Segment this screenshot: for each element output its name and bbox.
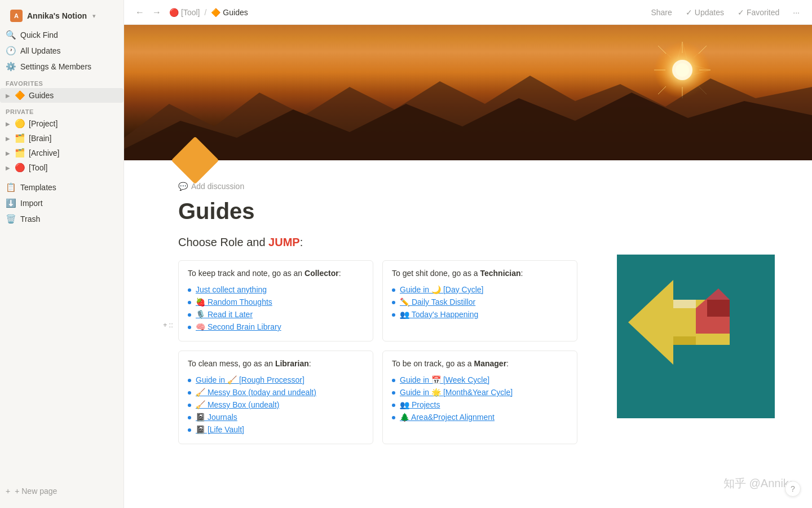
librarian-header-post: : — [309, 359, 311, 368]
list-item: Guide in 🌟 [Month&Year Cycle] — [392, 386, 568, 398]
collector-header-role: Collector — [304, 269, 339, 278]
mgr-link-2[interactable]: Guide in 🌟 [Month&Year Cycle] — [400, 388, 513, 397]
librarian-header-role: Librarian — [275, 359, 309, 368]
list-item: ✏️ Daily Task Distillor — [392, 296, 568, 308]
archive-icon: 🗂️ — [15, 148, 25, 158]
topbar-left: ← → 🔴 [Tool] / 🔶 Guides — [133, 5, 250, 20]
guides-label: Guides — [29, 91, 54, 100]
updates-button[interactable]: ✓ Updates — [682, 6, 727, 19]
templates-button[interactable]: 📋 Templates — [0, 179, 123, 195]
workspace-item[interactable]: A Annika's Notion ▾ — [5, 7, 119, 25]
trash-label: Trash — [20, 214, 40, 224]
share-label: Share — [651, 8, 672, 17]
tech-link-1[interactable]: Guide in 🌙 [Day Cycle] — [400, 285, 484, 294]
breadcrumb: 🔴 [Tool] / 🔶 Guides — [167, 7, 250, 18]
bullet-dot — [188, 288, 191, 292]
import-button[interactable]: ⬇️ Import — [0, 195, 123, 211]
technician-header-role: Technician — [480, 269, 520, 278]
tool-icon: 🔴 — [15, 163, 25, 173]
manager-header-pre: To be on track, go as a — [392, 359, 474, 368]
help-icon: ? — [791, 484, 795, 493]
add-discussion-label: Add discussion — [191, 182, 244, 191]
technician-header: To get shit done, go as a Technician: — [392, 269, 568, 278]
page-subtitle: Choose Role and JUMP: — [178, 236, 577, 249]
sidebar: A Annika's Notion ▾ 🔍 Quick Find 🕐 All U… — [0, 0, 124, 508]
lib-link-1[interactable]: Guide in 🧹 [Rough Processor] — [196, 375, 304, 384]
all-updates-button[interactable]: 🕐 All Updates — [0, 43, 123, 59]
new-page-button[interactable]: + + New page — [0, 483, 123, 499]
sidebar-item-tool[interactable]: ▶ 🔴 [Tool] — [0, 160, 123, 175]
sidebar-item-project[interactable]: ▶ 🟡 [Project] — [0, 116, 123, 131]
breadcrumb-tool[interactable]: 🔴 [Tool] — [167, 7, 202, 18]
more-options-button[interactable]: ··· — [789, 6, 803, 19]
help-button[interactable]: ? — [785, 481, 801, 497]
topbar: ← → 🔴 [Tool] / 🔶 Guides Share ✓ Updates — [124, 0, 812, 25]
favorited-button[interactable]: ✓ Favorited — [734, 6, 783, 19]
collector-header: To keep track and note, go as an Collect… — [188, 269, 364, 278]
mgr-link-1[interactable]: Guide in 📅 [Week Cycle] — [400, 375, 489, 384]
lib-link-4[interactable]: 📓 Journals — [196, 413, 237, 422]
svg-marker-21 — [673, 300, 696, 308]
templates-label: Templates — [20, 183, 56, 192]
manager-header: To be on track, go as a Manager: — [392, 359, 568, 368]
tech-link-3[interactable]: 👥 Today's Happening — [400, 310, 478, 319]
workspace-avatar: A — [10, 10, 23, 22]
add-discussion-button[interactable]: 💬 Add discussion — [124, 179, 812, 193]
list-item: + :: 🧠 Second Brain Library — [188, 321, 364, 333]
lib-link-2[interactable]: 🧹 Messy Box (today and undealt) — [196, 388, 316, 397]
sidebar-item-brain[interactable]: ▶ 🗂️ [Brain] — [0, 131, 123, 146]
chevron-icon: ▶ — [6, 93, 10, 99]
quick-find-button[interactable]: 🔍 Quick Find — [0, 27, 123, 43]
collector-list: Just collect anything 🍓 Random Thoughts … — [188, 283, 364, 333]
tech-link-2[interactable]: ✏️ Daily Task Distillor — [400, 297, 475, 306]
chevron-icon: ▶ — [6, 135, 10, 142]
list-item: Guide in 🧹 [Rough Processor] — [188, 374, 364, 386]
bullet-dot — [392, 404, 395, 407]
collector-link-3[interactable]: 🎙️ Read it Later — [196, 310, 253, 319]
hover-add-button[interactable]: + :: — [163, 321, 173, 329]
collector-link-4[interactable]: 🧠 Second Brain Library — [196, 322, 281, 331]
sidebar-item-archive[interactable]: ▶ 🗂️ [Archive] — [0, 146, 123, 160]
collector-link-1[interactable]: Just collect anything — [196, 285, 267, 294]
bullet-dot — [188, 379, 191, 382]
page-content: Guides Choose Role and JUMP: To keep tra… — [124, 195, 632, 498]
settings-icon: ⚙️ — [6, 62, 16, 72]
guides-breadcrumb-icon: 🔶 — [211, 8, 220, 17]
search-icon: 🔍 — [6, 30, 16, 40]
topbar-right: Share ✓ Updates ✓ Favorited ··· — [647, 6, 803, 19]
technician-card: To get shit done, go as a Technician: Gu… — [382, 260, 577, 341]
lib-link-5[interactable]: 📓 [Life Vault] — [196, 425, 244, 434]
share-button[interactable]: Share — [647, 6, 675, 19]
project-icon: 🟡 — [15, 119, 25, 129]
list-item: Just collect anything — [188, 283, 364, 296]
updates-label: Updates — [695, 8, 724, 17]
favorited-check-icon: ✓ — [738, 8, 744, 17]
plus-hover-icon: + — [163, 321, 167, 329]
collector-link-2[interactable]: 🍓 Random Thoughts — [196, 297, 272, 306]
librarian-list: Guide in 🧹 [Rough Processor] 🧹 Messy Box… — [188, 374, 364, 436]
plus-icon: + — [6, 487, 10, 496]
hero-mountains — [124, 70, 812, 160]
mgr-link-3[interactable]: 👥 Projects — [400, 400, 440, 409]
templates-icon: 📋 — [6, 182, 16, 192]
main-content: ← → 🔴 [Tool] / 🔶 Guides Share ✓ Updates — [124, 0, 812, 508]
chevron-icon: ▶ — [6, 165, 10, 171]
updates-icon: 🕐 — [6, 46, 16, 56]
list-item: Guide in 📅 [Week Cycle] — [392, 374, 568, 386]
breadcrumb-guides[interactable]: 🔶 Guides — [209, 7, 250, 18]
sidebar-item-guides[interactable]: ▶ 🔶 Guides — [0, 88, 123, 103]
manager-header-post: : — [506, 359, 509, 368]
forward-button[interactable]: → — [150, 5, 164, 20]
import-icon: ⬇️ — [6, 198, 16, 208]
librarian-header: To clean mess, go as an Librarian: — [188, 359, 364, 368]
bullet-dot — [188, 428, 191, 432]
trash-button[interactable]: 🗑️ Trash — [0, 211, 123, 227]
tool-label: [Tool] — [29, 163, 47, 172]
settings-button[interactable]: ⚙️ Settings & Members — [0, 59, 123, 75]
back-button[interactable]: ← — [133, 5, 147, 20]
lib-link-3[interactable]: 🧹 Messy Box (undealt) — [196, 400, 280, 409]
check-icon: ✓ — [686, 8, 692, 17]
list-item: 🍓 Random Thoughts — [188, 296, 364, 308]
manager-header-role: Manager — [474, 359, 507, 368]
mgr-link-4[interactable]: 🌲 Area&Project Alignment — [400, 413, 495, 422]
